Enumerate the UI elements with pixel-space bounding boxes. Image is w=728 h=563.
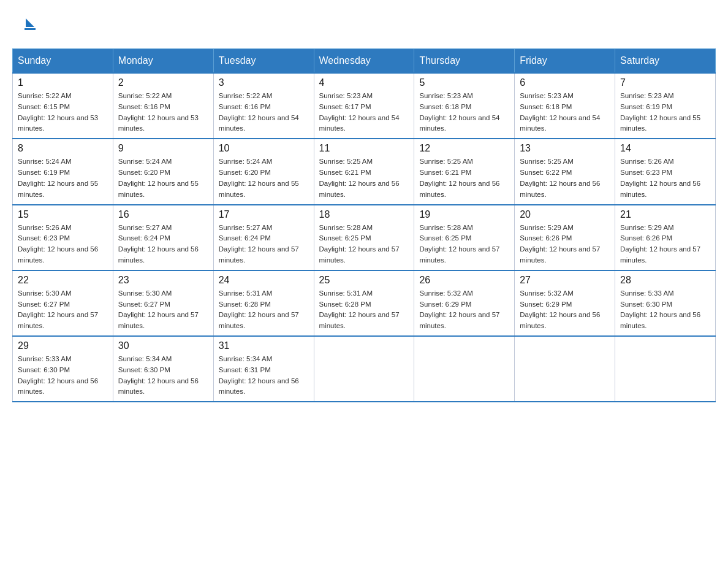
calendar-day-cell: 11 Sunrise: 5:25 AMSunset: 6:21 PMDaylig…: [314, 139, 414, 204]
calendar-day-cell: 17 Sunrise: 5:27 AMSunset: 6:24 PMDaylig…: [213, 205, 314, 270]
day-info: Sunrise: 5:23 AMSunset: 6:19 PMDaylight:…: [620, 91, 710, 134]
calendar-day-cell: 2 Sunrise: 5:22 AMSunset: 6:16 PMDayligh…: [113, 73, 213, 139]
day-number: 25: [319, 275, 409, 286]
day-info: Sunrise: 5:29 AMSunset: 6:26 PMDaylight:…: [620, 223, 710, 266]
calendar-day-header: Saturday: [615, 49, 716, 74]
calendar-day-cell: 5 Sunrise: 5:23 AMSunset: 6:18 PMDayligh…: [414, 73, 515, 139]
calendar-week-row: 15 Sunrise: 5:26 AMSunset: 6:23 PMDaylig…: [13, 205, 716, 270]
day-number: 19: [419, 209, 509, 220]
calendar-day-cell: 3 Sunrise: 5:22 AMSunset: 6:16 PMDayligh…: [213, 73, 314, 139]
day-info: Sunrise: 5:23 AMSunset: 6:17 PMDaylight:…: [319, 91, 409, 134]
day-info: Sunrise: 5:25 AMSunset: 6:21 PMDaylight:…: [319, 156, 409, 200]
day-number: 1: [18, 77, 108, 88]
day-info: Sunrise: 5:33 AMSunset: 6:30 PMDaylight:…: [620, 288, 710, 332]
calendar-week-row: 8 Sunrise: 5:24 AMSunset: 6:19 PMDayligh…: [13, 139, 716, 204]
calendar-week-row: 29 Sunrise: 5:33 AMSunset: 6:30 PMDaylig…: [13, 336, 716, 402]
calendar-day-cell: 26 Sunrise: 5:32 AMSunset: 6:29 PMDaylig…: [414, 270, 515, 336]
day-number: 6: [520, 77, 610, 88]
calendar-day-cell: 21 Sunrise: 5:29 AMSunset: 6:26 PMDaylig…: [615, 205, 716, 270]
calendar-day-cell: 12 Sunrise: 5:25 AMSunset: 6:21 PMDaylig…: [414, 139, 515, 204]
day-info: Sunrise: 5:31 AMSunset: 6:28 PMDaylight:…: [219, 288, 309, 332]
day-number: 27: [520, 275, 610, 286]
calendar-day-cell: 19 Sunrise: 5:28 AMSunset: 6:25 PMDaylig…: [414, 205, 515, 270]
day-info: Sunrise: 5:24 AMSunset: 6:20 PMDaylight:…: [219, 156, 309, 200]
day-number: 26: [419, 275, 509, 286]
calendar-day-cell: 28 Sunrise: 5:33 AMSunset: 6:30 PMDaylig…: [615, 270, 716, 336]
day-info: Sunrise: 5:27 AMSunset: 6:24 PMDaylight:…: [118, 223, 208, 266]
calendar-day-header: Wednesday: [314, 49, 414, 74]
calendar-day-cell: 6 Sunrise: 5:23 AMSunset: 6:18 PMDayligh…: [515, 73, 615, 139]
day-info: Sunrise: 5:28 AMSunset: 6:25 PMDaylight:…: [419, 223, 509, 266]
day-info: Sunrise: 5:22 AMSunset: 6:16 PMDaylight:…: [219, 91, 309, 134]
calendar-day-cell: 1 Sunrise: 5:22 AMSunset: 6:15 PMDayligh…: [13, 73, 113, 139]
calendar-day-cell: [615, 336, 716, 402]
day-number: 21: [620, 209, 710, 220]
day-number: 29: [18, 340, 108, 351]
day-number: 7: [620, 77, 710, 88]
day-info: Sunrise: 5:32 AMSunset: 6:29 PMDaylight:…: [520, 288, 610, 332]
day-info: Sunrise: 5:27 AMSunset: 6:24 PMDaylight:…: [219, 223, 309, 266]
day-info: Sunrise: 5:25 AMSunset: 6:22 PMDaylight:…: [520, 156, 610, 200]
calendar-day-cell: 24 Sunrise: 5:31 AMSunset: 6:28 PMDaylig…: [213, 270, 314, 336]
day-number: 31: [219, 340, 309, 351]
calendar-day-cell: 8 Sunrise: 5:24 AMSunset: 6:19 PMDayligh…: [13, 139, 113, 204]
day-info: Sunrise: 5:34 AMSunset: 6:30 PMDaylight:…: [118, 354, 208, 397]
calendar-day-cell: 14 Sunrise: 5:26 AMSunset: 6:23 PMDaylig…: [615, 139, 716, 204]
day-number: 17: [219, 209, 309, 220]
calendar-day-cell: [314, 336, 414, 402]
day-info: Sunrise: 5:24 AMSunset: 6:20 PMDaylight:…: [118, 156, 208, 200]
day-number: 22: [18, 275, 108, 286]
calendar-day-cell: [414, 336, 515, 402]
day-info: Sunrise: 5:22 AMSunset: 6:15 PMDaylight:…: [18, 91, 108, 134]
day-number: 30: [118, 340, 208, 351]
day-number: 9: [118, 143, 208, 154]
calendar-day-cell: 4 Sunrise: 5:23 AMSunset: 6:17 PMDayligh…: [314, 73, 414, 139]
day-info: Sunrise: 5:30 AMSunset: 6:27 PMDaylight:…: [18, 288, 108, 332]
day-number: 11: [319, 143, 409, 154]
day-info: Sunrise: 5:25 AMSunset: 6:21 PMDaylight:…: [419, 156, 509, 200]
day-number: 16: [118, 209, 208, 220]
day-number: 18: [319, 209, 409, 220]
calendar-day-cell: 13 Sunrise: 5:25 AMSunset: 6:22 PMDaylig…: [515, 139, 615, 204]
calendar-table: SundayMondayTuesdayWednesdayThursdayFrid…: [12, 48, 716, 402]
day-number: 24: [219, 275, 309, 286]
day-number: 2: [118, 77, 208, 88]
day-info: Sunrise: 5:23 AMSunset: 6:18 PMDaylight:…: [419, 91, 509, 134]
day-info: Sunrise: 5:32 AMSunset: 6:29 PMDaylight:…: [419, 288, 509, 332]
day-number: 28: [620, 275, 710, 286]
page-header: [12, 12, 716, 36]
calendar-day-cell: 23 Sunrise: 5:30 AMSunset: 6:27 PMDaylig…: [113, 270, 213, 336]
calendar-day-cell: 22 Sunrise: 5:30 AMSunset: 6:27 PMDaylig…: [13, 270, 113, 336]
day-info: Sunrise: 5:29 AMSunset: 6:26 PMDaylight:…: [520, 223, 610, 266]
calendar-day-cell: 20 Sunrise: 5:29 AMSunset: 6:26 PMDaylig…: [515, 205, 615, 270]
day-number: 15: [18, 209, 108, 220]
day-number: 10: [219, 143, 309, 154]
day-info: Sunrise: 5:23 AMSunset: 6:18 PMDaylight:…: [520, 91, 610, 134]
day-number: 12: [419, 143, 509, 154]
day-number: 23: [118, 275, 208, 286]
calendar-day-header: Monday: [113, 49, 213, 74]
calendar-day-cell: 25 Sunrise: 5:31 AMSunset: 6:28 PMDaylig…: [314, 270, 414, 336]
calendar-day-cell: 16 Sunrise: 5:27 AMSunset: 6:24 PMDaylig…: [113, 205, 213, 270]
calendar-day-cell: [515, 336, 615, 402]
calendar-day-cell: 10 Sunrise: 5:24 AMSunset: 6:20 PMDaylig…: [213, 139, 314, 204]
logo: [25, 18, 36, 30]
calendar-day-cell: 18 Sunrise: 5:28 AMSunset: 6:25 PMDaylig…: [314, 205, 414, 270]
day-info: Sunrise: 5:28 AMSunset: 6:25 PMDaylight:…: [319, 223, 409, 266]
day-number: 14: [620, 143, 710, 154]
calendar-day-cell: 31 Sunrise: 5:34 AMSunset: 6:31 PMDaylig…: [213, 336, 314, 402]
day-info: Sunrise: 5:31 AMSunset: 6:28 PMDaylight:…: [319, 288, 409, 332]
calendar-day-cell: 7 Sunrise: 5:23 AMSunset: 6:19 PMDayligh…: [615, 73, 716, 139]
day-info: Sunrise: 5:34 AMSunset: 6:31 PMDaylight:…: [219, 354, 309, 397]
calendar-day-cell: 30 Sunrise: 5:34 AMSunset: 6:30 PMDaylig…: [113, 336, 213, 402]
day-info: Sunrise: 5:24 AMSunset: 6:19 PMDaylight:…: [18, 156, 108, 200]
calendar-day-cell: 27 Sunrise: 5:32 AMSunset: 6:29 PMDaylig…: [515, 270, 615, 336]
calendar-day-cell: 15 Sunrise: 5:26 AMSunset: 6:23 PMDaylig…: [13, 205, 113, 270]
day-info: Sunrise: 5:30 AMSunset: 6:27 PMDaylight:…: [118, 288, 208, 332]
calendar-week-row: 22 Sunrise: 5:30 AMSunset: 6:27 PMDaylig…: [13, 270, 716, 336]
day-number: 13: [520, 143, 610, 154]
calendar-day-header: Tuesday: [213, 49, 314, 74]
calendar-week-row: 1 Sunrise: 5:22 AMSunset: 6:15 PMDayligh…: [13, 73, 716, 139]
calendar-day-header: Friday: [515, 49, 615, 74]
day-number: 5: [419, 77, 509, 88]
